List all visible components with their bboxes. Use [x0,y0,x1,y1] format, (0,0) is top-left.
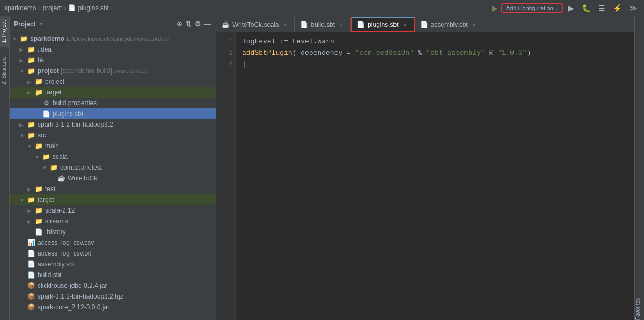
tree-item-streams[interactable]: ▶ 📁 streams [10,216,216,227]
tab-icon-assemblysbt: 📄 [420,21,428,28]
tab-buildsbt[interactable]: 📄 build.sbt × [295,17,351,32]
code-line-2: addSbtPlugin( dependency = "com.eed3si9n… [242,48,628,59]
tree-item-assembly-sbt[interactable]: 📄 assembly.sbt [10,259,216,270]
tab-icon-writetock: ☕ [222,21,230,28]
icon-sparkdemo: 📁 [19,34,28,43]
run-button[interactable]: ▶ [566,3,576,13]
breadcrumb-file[interactable]: plugins.sbt [78,4,108,12]
label-spark-tgz: spark-3.1.2-bin-hadoop3.2.tgz [38,293,123,300]
arrow-comspark: ▼ [42,165,49,171]
add-configuration-button[interactable]: Add Configuration... [501,3,563,13]
tree-item-spark312[interactable]: ▶ 📁 spark-3.1.2-bin-hadoop3.2 [10,119,216,130]
line-numbers: 1 2 3 [216,32,236,320]
breadcrumb-file-icon: 📄 [68,4,76,11]
tree-item-csv1[interactable]: 📊 access_log_csv.csv [10,237,216,248]
project-panel-header: Project ▼ ⊕ ⇅ ⚙ — [10,16,216,32]
icon-target-root: 📁 [27,195,35,204]
label-sparkdemo-path: E:\Development\Nancydemo\sparkdem [67,35,169,42]
label-plugins-sbt: plugins.sbt [53,110,83,118]
sidebar-tab-structure[interactable]: 2: Structure [0,53,9,89]
arrow-project: ▼ [19,68,27,74]
project-tree: ▼ 📁 sparkdemo E:\Development\Nancydemo\s… [10,32,216,320]
tree-item-spark-tgz[interactable]: 📦 spark-3.1.2-bin-hadoop3.2.tgz [10,291,216,302]
tab-pluginssbt[interactable]: 📄 plugins.sbt × [351,17,414,32]
breadcrumb: sparkdemo › project › 📄 plugins.sbt [4,4,490,12]
label-test: test [45,185,55,193]
icon-main: 📁 [34,142,43,150]
tree-item-target-root[interactable]: ▼ 📁 target [10,194,216,205]
tree-item-src[interactable]: ▼ 📁 src [10,130,216,141]
tree-item-spark-core-jar[interactable]: 📦 spark-core_2.12-3.0.0.jar [10,302,216,312]
tab-close-assemblysbt[interactable]: × [471,21,478,28]
icon-scala212: 📁 [34,206,43,215]
arrow-streams: ▶ [27,219,34,224]
tree-item-project-inner[interactable]: ▶ 📁 project [10,76,216,87]
breadcrumb-sep1: › [38,4,40,12]
icon-spark-tgz: 📦 [27,292,35,301]
tab-label-pluginssbt: plugins.sbt [368,21,398,28]
tab-writetock[interactable]: ☕ WriteToCk.scala × [216,17,295,32]
sort-button[interactable]: ⇅ [186,20,192,28]
title-bar-actions: ▶ Add Configuration... ▶ 🐛 ☰ ⚡ ≫ [492,3,640,13]
minimize-button[interactable]: — [204,20,211,28]
icon-idea: 📁 [27,45,35,54]
tree-item-bk[interactable]: ▶ 📁 bk [10,55,216,66]
more-actions-button[interactable]: ≫ [627,3,640,13]
tree-item-build-properties[interactable]: ⚙ build.properties [10,98,216,108]
panel-header-icons: ⊕ ⇅ ⚙ — [177,20,211,28]
tree-item-project[interactable]: ▼ 📁 project [sparkdemo-build] sources ro… [10,66,216,76]
profile-button[interactable]: ⚡ [611,3,624,13]
label-assembly-sbt: assembly.sbt [38,260,75,268]
right-sidebar: Favorites [634,16,644,320]
tree-item-main[interactable]: ▼ 📁 main [10,141,216,151]
debug-button[interactable]: 🐛 [580,3,593,13]
label-build-sbt: build.sbt [38,271,62,279]
locate-file-button[interactable]: ⊕ [177,20,182,28]
label-project-inner: project [45,78,64,85]
icon-spark-core-jar: 📦 [27,303,35,311]
tree-item-idea[interactable]: ▶ 📁 .idea [10,44,216,55]
line-num-2: 2 [218,48,233,59]
tree-item-scala212[interactable]: ▶ 📁 scala-2.12 [10,205,216,216]
label-project: project [sparkdemo-build] sources root [38,67,147,75]
label-target-root: target [38,196,54,203]
breadcrumb-project[interactable]: sparkdemo [4,4,36,12]
icon-project-inner: 📁 [34,77,43,86]
icon-clickhouse-jar: 📦 [27,281,35,290]
tab-close-pluginssbt[interactable]: × [401,21,409,28]
tab-icon-buildsbt: 📄 [300,21,308,28]
favorites-tab[interactable]: Favorites [635,293,644,320]
icon-history: 📄 [34,228,43,236]
icon-csv1: 📊 [27,238,35,247]
tab-close-writetock[interactable]: × [281,21,289,28]
tree-item-plugins-sbt[interactable]: 📄 plugins.sbt [10,108,216,119]
title-bar: sparkdemo › project › 📄 plugins.sbt ▶ Ad… [0,0,644,16]
project-panel: Project ▼ ⊕ ⇅ ⚙ — ▼ 📁 sparkdemo E:\Devel… [10,16,216,320]
tab-icon-pluginssbt: 📄 [357,21,365,28]
line-num-1: 1 [218,37,233,48]
tab-assemblysbt[interactable]: 📄 assembly.sbt × [415,17,484,32]
breadcrumb-sep2: › [64,4,66,12]
tab-close-buildsbt[interactable]: × [338,21,345,28]
label-scala212: scala-2.12 [45,207,75,214]
tree-item-build-sbt[interactable]: 📄 build.sbt [10,270,216,280]
tree-item-test[interactable]: ▶ 📁 test [10,184,216,194]
tree-item-target-project[interactable]: ▶ 📁 target [10,87,216,98]
code-editor[interactable]: logLevel := Level.Warn addSbtPlugin( dep… [236,32,634,320]
coverage-button[interactable]: ☰ [596,3,608,13]
tree-item-scala[interactable]: ▼ 📁 scala [10,151,216,162]
tree-item-history[interactable]: 📄 .history [10,227,216,237]
tree-item-clickhouse-jar[interactable]: 📦 clickhouse-jdbc-0.2.4.jar [10,280,216,291]
tree-item-writetock[interactable]: ☕ WriteToCk [10,173,216,184]
project-panel-title: Project [14,20,36,28]
breadcrumb-module[interactable]: project [42,4,62,12]
label-comspark: com.spark.test [60,164,102,171]
tab-label-buildsbt: build.sbt [311,21,335,28]
tree-item-sparkdemo[interactable]: ▼ 📁 sparkdemo E:\Development\Nancydemo\s… [10,33,216,44]
tree-item-txt1[interactable]: 📄 access_log_csv.txt [10,248,216,259]
project-dropdown-icon[interactable]: ▼ [39,21,44,27]
settings-button[interactable]: ⚙ [195,20,201,28]
arrow-main: ▼ [27,143,34,149]
tree-item-comspark[interactable]: ▼ 📁 com.spark.test [10,162,216,173]
sidebar-tab-project[interactable]: 1: Project [0,16,9,47]
